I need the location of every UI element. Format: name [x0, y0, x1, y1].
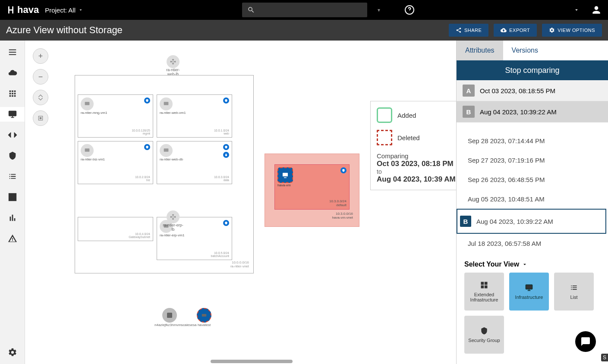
nav-settings-icon[interactable] — [0, 345, 25, 360]
stop-comparing-button[interactable]: Stop comparing — [457, 60, 608, 80]
fit-button[interactable] — [33, 90, 48, 105]
search-input[interactable] — [242, 3, 367, 17]
diagram-canvas[interactable]: + − ra-ntier-web-lb ra-ntier-mng-vm1 10.… — [25, 41, 456, 364]
svg-rect-5 — [85, 102, 90, 105]
tab-attributes[interactable]: Attributes — [457, 41, 503, 60]
view-security-group[interactable]: Security Group — [464, 316, 504, 354]
search-dropdown-icon[interactable]: ▼ — [377, 8, 381, 13]
nav-list-icon[interactable] — [0, 169, 25, 184]
selected-version-b[interactable]: B Aug 04 2023, 10:39:22 AM — [457, 101, 608, 122]
badge-b-inline: B — [460, 216, 471, 227]
view-options-button[interactable]: VIEW OPTIONS — [542, 24, 602, 37]
subnet-biz[interactable]: ra-ntier-biz-vm1 10.0.2.0/24biz — [78, 141, 153, 184]
added-swatch — [377, 107, 392, 123]
version-item[interactable]: Sep 27 2023, 07:19:16 PM — [457, 151, 606, 170]
nav-desktop-icon[interactable] — [0, 107, 25, 122]
version-b-timestamp: Aug 04 2023, 10:39:22 AM — [480, 108, 557, 116]
deleted-vm[interactable] — [277, 167, 293, 183]
chevron-down-icon[interactable] — [573, 7, 580, 13]
bottom-resources: n4azlejfkz3hmvmscalesesa havatest — [154, 308, 211, 327]
svg-rect-4 — [40, 117, 41, 119]
version-item-selected[interactable]: B Aug 04 2023, 10:39:22 AM — [457, 209, 606, 234]
export-button[interactable]: EXPORT — [494, 24, 537, 37]
share-button[interactable]: SHARE — [449, 24, 488, 37]
version-item[interactable]: Jul 18 2023, 06:57:58 AM — [457, 234, 606, 253]
tab-versions[interactable]: Versions — [503, 41, 547, 60]
center-button[interactable] — [33, 110, 48, 126]
nav-cloud-icon[interactable] — [0, 66, 25, 80]
svg-rect-11 — [167, 313, 172, 318]
select-view-toggle[interactable]: Select Your View — [457, 254, 608, 273]
view-infrastructure[interactable]: Infrastructure — [509, 273, 549, 311]
legend-to-label: to — [377, 168, 456, 175]
badge-b: B — [463, 106, 475, 118]
legend-comparing-label: Comparing — [377, 152, 456, 160]
subheader: Azure View without Storage SHARE EXPORT … — [0, 20, 608, 41]
selected-version-a[interactable]: A Oct 03 2023, 08:18:55 PM — [457, 80, 608, 101]
right-panel: Attributes Versions Stop comparing A Oct… — [456, 41, 608, 364]
shield-badge-icon — [144, 97, 150, 104]
chevron-down-icon — [522, 261, 528, 267]
nav-apps-icon[interactable] — [0, 86, 25, 101]
svg-rect-7 — [85, 148, 90, 151]
view-list[interactable]: List — [554, 273, 594, 311]
zoom-out-button[interactable]: − — [33, 69, 48, 85]
vnet-box[interactable]: ra-ntier-mng-vm1 10.0.0.128/25mgmt ra-nt… — [75, 75, 254, 273]
svg-rect-6 — [164, 102, 169, 105]
shield-badge-icon — [223, 144, 229, 150]
nav-code-icon[interactable] — [0, 128, 25, 142]
badge-a: A — [463, 85, 475, 97]
chat-launcher[interactable] — [575, 331, 596, 352]
legend-from-date: Oct 03 2023, 08:18 PM — [377, 160, 456, 168]
storage-account[interactable]: n4azlejfkz3hmvmscalesesa — [154, 308, 185, 327]
comparison-legend: Added Deleted Comparing Oct 03 2023, 08:… — [370, 101, 456, 190]
nav-shield-icon[interactable] — [0, 148, 25, 163]
legend-to-date: Aug 04 2023, 10:39 AM — [377, 175, 456, 184]
nav-insights-icon[interactable] — [0, 210, 25, 225]
tabs: Attributes Versions — [457, 41, 608, 60]
svg-rect-10 — [283, 173, 288, 176]
user-icon[interactable] — [591, 4, 602, 16]
page-title: Azure View without Storage — [6, 25, 123, 36]
legend-added-label: Added — [397, 112, 416, 119]
nav-menu-icon[interactable] — [0, 45, 25, 60]
subnet-data[interactable]: ra-ntier-web-db 10.0.3.0/24data — [157, 141, 232, 184]
subnet-gateway[interactable]: 10.0.4.0/24GatewaySubnet — [78, 217, 153, 241]
version-item[interactable]: Sep 26 2023, 06:48:55 PM — [457, 170, 606, 189]
svg-rect-8 — [164, 148, 169, 151]
version-a-timestamp: Oct 03 2023, 08:18:55 PM — [480, 87, 555, 94]
deleted-vnet[interactable]: hava-vm 10.3.0.0/24default 10.3.0.0/16ha… — [265, 154, 359, 227]
version-list[interactable]: Sep 28 2023, 07:14:44 PM Sep 27 2023, 07… — [457, 131, 608, 254]
svg-rect-2 — [9, 194, 16, 201]
hava-test-resource[interactable]: havatest — [197, 308, 211, 327]
shield-badge-icon — [340, 167, 347, 173]
svg-rect-13 — [526, 285, 532, 289]
version-item[interactable]: Aug 05 2023, 10:48:51 AM — [457, 189, 606, 209]
left-nav — [0, 41, 25, 364]
nav-grid-icon[interactable] — [0, 190, 25, 204]
lb-bottom[interactable]: ra-ntier-erp-lb — [162, 210, 184, 232]
nav-alert-icon[interactable] — [0, 231, 25, 246]
zoom-in-button[interactable]: + — [33, 48, 48, 64]
diagram: ra-ntier-web-lb ra-ntier-mng-vm1 10.0.0.… — [75, 75, 254, 273]
edge-indicator: S — [601, 354, 608, 361]
deleted-subnet[interactable]: hava-vm 10.3.0.0/24default — [274, 164, 350, 210]
project-dropdown[interactable]: Project: All — [45, 6, 83, 14]
subnet-web[interactable]: ra-ntier-web-vm1 10.0.1.0/24web — [157, 94, 232, 138]
horizontal-scrollbar[interactable] — [211, 360, 293, 363]
svg-rect-12 — [202, 314, 207, 317]
deleted-swatch — [377, 130, 392, 145]
shield-badge-icon — [223, 97, 229, 104]
subnet-mgmt[interactable]: ra-ntier-mng-vm1 10.0.0.128/25mgmt — [78, 94, 153, 138]
view-extended-infra[interactable]: Extended Infrastructure — [464, 273, 504, 311]
svg-rect-1 — [9, 111, 16, 116]
lb-top[interactable]: ra-ntier-web-lb — [162, 55, 184, 77]
legend-deleted-label: Deleted — [397, 134, 420, 141]
shield-badge-icon — [144, 144, 150, 150]
lock-badge-icon — [223, 152, 229, 158]
logo[interactable]: hava — [6, 4, 39, 16]
help-icon[interactable] — [404, 5, 415, 15]
topbar: hava Project: All ▼ — [0, 0, 608, 20]
shield-badge-icon — [223, 220, 229, 226]
version-item[interactable]: Sep 28 2023, 07:14:44 PM — [457, 131, 606, 151]
